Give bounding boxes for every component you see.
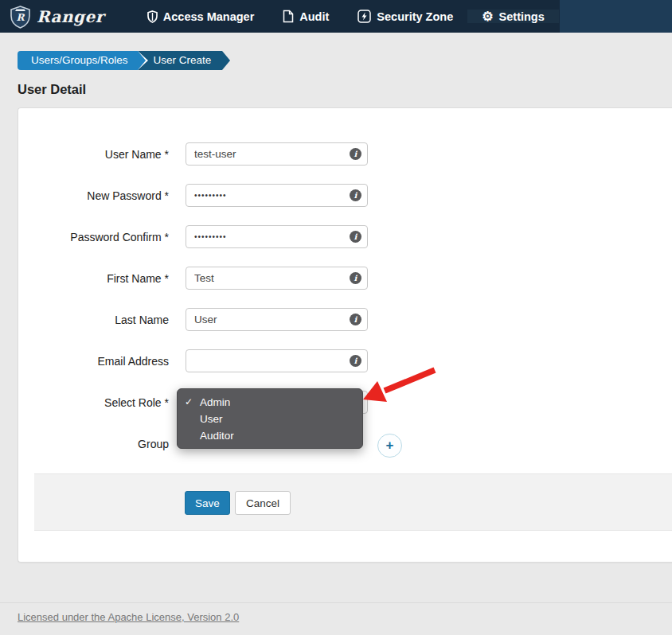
info-icon[interactable]: i bbox=[350, 355, 361, 367]
password-confirm-input[interactable] bbox=[186, 225, 368, 248]
add-group-button[interactable]: + bbox=[377, 434, 402, 458]
first-name-label: First Name * bbox=[18, 272, 169, 285]
svg-text:R: R bbox=[17, 12, 25, 23]
user-name-input-wrap: i bbox=[186, 142, 368, 166]
role-option-label: User bbox=[200, 413, 223, 425]
ranger-brand[interactable]: R Ranger bbox=[0, 5, 115, 29]
user-detail-panel: User Name * i New Password * i Password … bbox=[18, 107, 672, 563]
form-row-password-confirm: Password Confirm * i bbox=[18, 225, 672, 248]
form-row-email: Email Address i bbox=[18, 349, 672, 372]
info-icon[interactable]: i bbox=[350, 189, 361, 201]
breadcrumb-users-groups-roles[interactable]: Users/Groups/Roles bbox=[18, 51, 138, 70]
role-option-label: Admin bbox=[200, 396, 230, 408]
brand-name: Ranger bbox=[37, 7, 104, 26]
role-option-user[interactable]: User bbox=[178, 411, 362, 427]
new-password-input-wrap: i bbox=[186, 184, 368, 207]
page-title: User Detail bbox=[18, 82, 672, 97]
plus-icon: + bbox=[386, 438, 394, 454]
page-content: Users/Groups/Roles User Create User Deta… bbox=[0, 33, 672, 624]
form-row-new-password: New Password * i bbox=[18, 184, 672, 207]
new-password-input[interactable] bbox=[186, 184, 368, 207]
info-icon[interactable]: i bbox=[350, 314, 361, 325]
select-role-label: Select Role * bbox=[18, 396, 169, 409]
info-icon[interactable]: i bbox=[350, 231, 361, 243]
nav-item-label: Access Manager bbox=[163, 10, 254, 23]
form-row-user-name: User Name * i bbox=[18, 142, 672, 166]
form-row-last-name: Last Name i bbox=[18, 308, 672, 331]
user-name-input[interactable] bbox=[186, 142, 368, 166]
new-password-label: New Password * bbox=[18, 189, 169, 202]
document-icon bbox=[283, 10, 294, 23]
nav-item-access-manager[interactable]: Access Manager bbox=[133, 10, 268, 23]
form-actions: Save Cancel bbox=[34, 473, 672, 531]
info-icon[interactable]: i bbox=[350, 272, 361, 284]
lightning-icon bbox=[357, 10, 371, 23]
last-name-label: Last Name bbox=[18, 314, 169, 326]
nav-item-label: Audit bbox=[299, 10, 329, 23]
form-row-first-name: First Name * i bbox=[18, 267, 672, 290]
top-navbar: R Ranger Access Manager bbox=[0, 0, 672, 33]
last-name-input-wrap: i bbox=[186, 308, 368, 331]
email-field[interactable] bbox=[186, 349, 368, 372]
nav-item-label: Security Zone bbox=[377, 10, 453, 23]
nav-item-label: Settings bbox=[499, 10, 545, 23]
check-icon: ✓ bbox=[185, 394, 193, 411]
password-confirm-label: Password Confirm * bbox=[18, 231, 169, 243]
email-input-wrap: i bbox=[186, 349, 368, 372]
page-footer: Licensed under the Apache License, Versi… bbox=[0, 602, 672, 624]
ranger-logo-shield-icon: R bbox=[10, 5, 31, 29]
info-icon[interactable]: i bbox=[350, 148, 361, 160]
first-name-input[interactable] bbox=[186, 267, 368, 290]
nav-item-audit[interactable]: Audit bbox=[268, 10, 343, 23]
save-button[interactable]: Save bbox=[185, 491, 230, 515]
user-name-label: User Name * bbox=[18, 148, 169, 161]
navbar-menu-section: R Ranger Access Manager bbox=[0, 0, 560, 33]
first-name-input-wrap: i bbox=[186, 267, 368, 290]
breadcrumb: Users/Groups/Roles User Create bbox=[18, 51, 672, 70]
nav-item-security-zone[interactable]: Security Zone bbox=[343, 10, 467, 23]
shield-icon bbox=[147, 10, 158, 23]
password-confirm-input-wrap: i bbox=[186, 225, 368, 248]
nav-item-settings[interactable]: ⚙ Settings bbox=[467, 10, 559, 23]
role-option-admin[interactable]: ✓ Admin bbox=[178, 394, 362, 411]
group-label: Group bbox=[18, 438, 169, 450]
gear-icon: ⚙ bbox=[482, 10, 493, 23]
navbar-menu: Access Manager Audit Sec bbox=[133, 10, 559, 23]
last-name-input[interactable] bbox=[186, 308, 368, 331]
email-label: Email Address bbox=[18, 355, 169, 368]
cancel-button[interactable]: Cancel bbox=[235, 491, 291, 515]
license-link[interactable]: Licensed under the Apache License, Versi… bbox=[18, 611, 239, 623]
role-dropdown-menu: ✓ Admin User Auditor bbox=[177, 388, 363, 449]
role-option-auditor[interactable]: Auditor bbox=[178, 427, 362, 444]
role-option-label: Auditor bbox=[200, 430, 234, 442]
